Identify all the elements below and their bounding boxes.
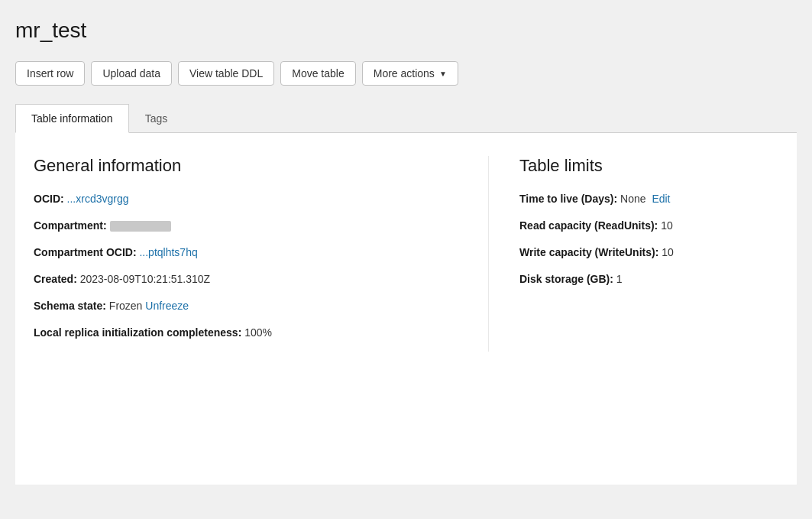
- compartment-redacted: [110, 221, 171, 232]
- insert-row-button[interactable]: Insert row: [15, 61, 85, 86]
- table-limits-title: Table limits: [519, 156, 778, 176]
- toolbar: Insert row Upload data View table DDL Mo…: [15, 61, 797, 86]
- content-columns: General information OCID: ...xrcd3vgrgg …: [34, 156, 778, 352]
- content-area: General information OCID: ...xrcd3vgrgg …: [15, 133, 797, 485]
- replica-label: Local replica initialization completenes…: [34, 326, 241, 339]
- ocid-row: OCID: ...xrcd3vgrgg: [34, 191, 458, 207]
- table-limits-section: Table limits Time to live (Days): None E…: [488, 156, 778, 352]
- compartment-ocid-value[interactable]: ...ptqlhts7hq: [139, 246, 197, 258]
- more-actions-button[interactable]: More actions ▼: [362, 61, 458, 86]
- unfreeze-link[interactable]: Unfreeze: [145, 300, 189, 312]
- created-row: Created: 2023-08-09T10:21:51.310Z: [34, 271, 458, 287]
- tab-tags[interactable]: Tags: [129, 104, 184, 133]
- replica-row: Local replica initialization completenes…: [34, 325, 458, 341]
- upload-data-button[interactable]: Upload data: [91, 61, 172, 86]
- schema-state-value: Frozen: [109, 300, 143, 312]
- replica-value: 100%: [244, 326, 272, 339]
- ttl-row: Time to live (Days): None Edit: [519, 191, 778, 207]
- created-value: 2023-08-09T10:21:51.310Z: [80, 273, 210, 285]
- tab-table-information[interactable]: Table information: [15, 104, 129, 133]
- write-capacity-value: 10: [662, 246, 674, 258]
- general-information-section: General information OCID: ...xrcd3vgrgg …: [34, 156, 488, 352]
- read-capacity-value: 10: [661, 219, 673, 232]
- page-title: mr_test: [15, 18, 797, 43]
- compartment-ocid-row: Compartment OCID: ...ptqlhts7hq: [34, 245, 458, 261]
- ocid-label: OCID:: [34, 193, 64, 205]
- chevron-down-icon: ▼: [439, 70, 447, 78]
- compartment-label: Compartment:: [34, 219, 107, 232]
- write-capacity-row: Write capacity (WriteUnits): 10: [519, 245, 778, 261]
- general-information-title: General information: [34, 156, 458, 176]
- read-capacity-label: Read capacity (ReadUnits):: [519, 219, 658, 232]
- page-wrapper: mr_test Insert row Upload data View tabl…: [0, 0, 812, 519]
- view-table-ddl-button[interactable]: View table DDL: [178, 61, 274, 86]
- disk-storage-value: 1: [616, 273, 623, 285]
- tabs-container: Table information Tags: [15, 104, 797, 133]
- compartment-ocid-label: Compartment OCID:: [34, 246, 137, 258]
- ttl-value: None: [620, 193, 645, 205]
- created-label: Created:: [34, 273, 77, 285]
- schema-state-label: Schema state:: [34, 300, 106, 312]
- ttl-edit-link[interactable]: Edit: [652, 193, 670, 205]
- compartment-row: Compartment:: [34, 218, 458, 234]
- disk-storage-row: Disk storage (GB): 1: [519, 271, 778, 287]
- ttl-label: Time to live (Days):: [519, 193, 617, 205]
- ocid-value[interactable]: ...xrcd3vgrgg: [67, 193, 129, 205]
- read-capacity-row: Read capacity (ReadUnits): 10: [519, 218, 778, 234]
- schema-state-row: Schema state: Frozen Unfreeze: [34, 298, 458, 314]
- move-table-button[interactable]: Move table: [280, 61, 355, 86]
- disk-storage-label: Disk storage (GB):: [519, 273, 613, 285]
- write-capacity-label: Write capacity (WriteUnits):: [519, 246, 658, 258]
